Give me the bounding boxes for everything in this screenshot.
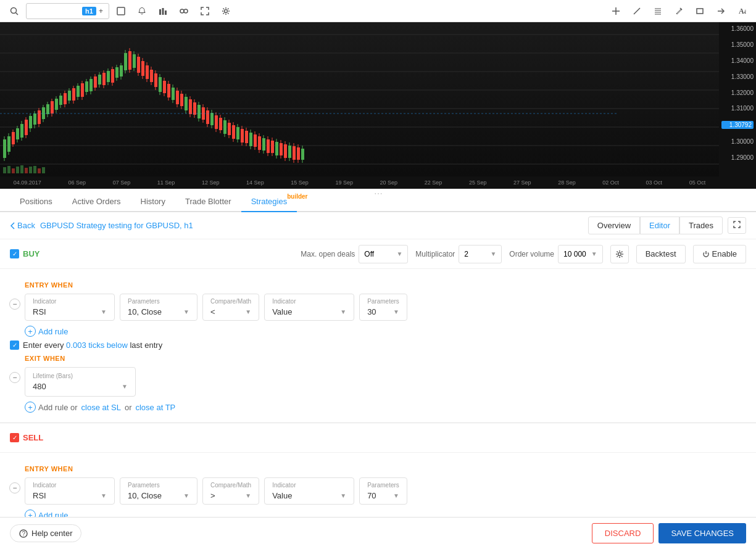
sell-indicator-label: Indicator bbox=[33, 482, 107, 489]
sell-indicator-select[interactable]: RSI ▼ bbox=[33, 491, 107, 500]
buy-parameters-select[interactable]: 10, Close ▼ bbox=[128, 307, 189, 316]
price-1.35000: 1.35000 bbox=[721, 41, 754, 48]
date-11: 27 Sep bbox=[513, 180, 531, 186]
price-1.30000: 1.30000 bbox=[721, 138, 754, 145]
sell-rule-remove-button[interactable]: − bbox=[9, 482, 20, 493]
svg-rect-177 bbox=[38, 168, 41, 173]
buy-entry-every-link[interactable]: 0.003 ticks below bbox=[66, 341, 128, 350]
buy-entry-every-checkbox[interactable] bbox=[10, 341, 19, 350]
tab-active-orders[interactable]: Active Orders bbox=[62, 192, 131, 212]
sell-toggle: SELL bbox=[10, 433, 43, 442]
tab-trade-blotter[interactable]: Trade Blotter bbox=[175, 192, 241, 212]
svg-text:+: + bbox=[99, 8, 103, 14]
buy-add-exit-rule-button[interactable]: + Add rule or bbox=[25, 402, 78, 413]
settings-button[interactable] bbox=[217, 3, 235, 19]
sell-compare-group: Compare/Math > ▼ bbox=[202, 477, 259, 505]
panel-drag-handle[interactable]: ⋯ bbox=[374, 189, 383, 199]
buy-params-chevron-icon: ▼ bbox=[183, 308, 189, 315]
buy-compare-label: Compare/Math bbox=[210, 298, 251, 305]
sell-parameters-select[interactable]: 10, Close ▼ bbox=[128, 491, 189, 500]
order-volume-select[interactable]: 10 000 ▼ bbox=[558, 245, 603, 263]
help-center-button[interactable]: ? Help center bbox=[10, 524, 81, 542]
expand-button[interactable] bbox=[728, 217, 746, 234]
max-open-deals-select[interactable]: Off ▼ bbox=[359, 245, 408, 263]
brush-button[interactable] bbox=[670, 3, 688, 19]
buy-indicator-select[interactable]: RSI ▼ bbox=[33, 307, 107, 316]
crosshair-button[interactable] bbox=[607, 3, 625, 19]
sell-label: SELL bbox=[23, 433, 43, 442]
svg-rect-4 bbox=[159, 9, 161, 15]
buy-entry-when-label: ENTRY WHEN bbox=[25, 281, 746, 289]
tab-strategies[interactable]: Strategies builder bbox=[241, 192, 297, 212]
price-scale: 1.36000 1.35000 1.34000 1.33000 1.32000 … bbox=[719, 22, 756, 164]
sell-rule-fields: Indicator RSI ▼ Parameters 10, Close ▼ bbox=[25, 477, 407, 505]
sell-checkbox[interactable] bbox=[10, 433, 19, 442]
alert-button[interactable] bbox=[133, 3, 151, 19]
editor-button[interactable]: Editor bbox=[640, 217, 679, 234]
buy-exit-rule-remove-button[interactable]: − bbox=[9, 372, 20, 383]
svg-rect-18 bbox=[697, 9, 703, 14]
buy-close-tp-link[interactable]: close at TP bbox=[135, 403, 175, 412]
enable-button[interactable]: Enable bbox=[693, 245, 746, 263]
arrow-right-button[interactable] bbox=[712, 3, 730, 19]
power-icon bbox=[702, 250, 710, 258]
buy-rule-remove-button[interactable]: − bbox=[9, 299, 20, 310]
candlestick-chart[interactable] bbox=[0, 22, 719, 176]
date-2: 07 Sep bbox=[113, 180, 131, 186]
buy-parameters-label: Parameters bbox=[128, 298, 189, 305]
trendline-button[interactable] bbox=[628, 3, 646, 19]
sell-controls-bar: SELL bbox=[0, 423, 756, 453]
buy-exit-when-label: EXIT WHEN bbox=[25, 355, 746, 362]
discard-button[interactable]: DISCARD bbox=[592, 523, 654, 543]
fullscreen-button[interactable] bbox=[196, 3, 214, 19]
buy-indicator2-label: Indicator bbox=[272, 298, 346, 305]
tab-history[interactable]: History bbox=[131, 192, 175, 212]
strategy-gear-button[interactable] bbox=[610, 245, 629, 263]
buy-parameters2-select[interactable]: 30 ▼ bbox=[367, 307, 399, 316]
cursor-button[interactable] bbox=[112, 3, 130, 19]
buy-close-sl-link[interactable]: close at SL bbox=[81, 403, 121, 412]
symbol-input-container[interactable]: GBPUSD h1 + bbox=[26, 3, 109, 19]
buy-add-exit-plus-icon: + bbox=[25, 402, 36, 413]
sell-parameters-label: Parameters bbox=[128, 482, 189, 489]
buy-exit-rule-value[interactable]: 480 ▼ bbox=[33, 382, 128, 391]
text-tool-button[interactable]: Aa bbox=[733, 3, 751, 19]
svg-rect-174 bbox=[25, 168, 28, 173]
buy-add-rule-button[interactable]: + Add rule bbox=[25, 326, 68, 337]
svg-point-7 bbox=[180, 9, 184, 13]
backtest-button[interactable]: Backtest bbox=[636, 245, 686, 263]
buy-compare-select[interactable]: < ▼ bbox=[210, 307, 251, 316]
back-button[interactable]: Back bbox=[10, 221, 40, 230]
sell-entry-rule-row: − Indicator RSI ▼ Parameters bbox=[10, 477, 746, 505]
tab-positions[interactable]: Positions bbox=[10, 192, 62, 212]
buy-exit-rule-row: − Lifetime (Bars) 480 ▼ bbox=[10, 367, 746, 397]
sell-indicator2-select[interactable]: Value ▼ bbox=[272, 491, 346, 500]
sell-parameters2-select[interactable]: 70 ▼ bbox=[367, 491, 399, 500]
rectangle-tool-button[interactable] bbox=[691, 3, 709, 19]
svg-rect-6 bbox=[165, 10, 167, 15]
chart-type-button[interactable] bbox=[154, 3, 172, 19]
svg-rect-170 bbox=[7, 166, 10, 173]
chart-area[interactable]: GREAT BRITAIN POUND VS US DOLLAR, h1 O: … bbox=[0, 22, 756, 189]
compare-button[interactable] bbox=[175, 3, 193, 19]
sell-compare-label: Compare/Math bbox=[210, 482, 251, 489]
svg-point-180 bbox=[618, 252, 621, 255]
svg-rect-176 bbox=[33, 166, 36, 173]
buy-entry-rule-row: − Indicator RSI ▼ Parameters bbox=[10, 294, 746, 321]
save-changes-button[interactable]: SAVE CHANGES bbox=[658, 523, 746, 543]
fibonacci-button[interactable] bbox=[649, 3, 667, 19]
date-1: 06 Sep bbox=[68, 180, 86, 186]
order-volume-label: Order volume bbox=[509, 250, 554, 258]
buy-checkbox[interactable] bbox=[10, 249, 19, 258]
date-4: 12 Sep bbox=[202, 180, 220, 186]
symbol-input[interactable]: GBPUSD bbox=[30, 6, 80, 15]
svg-point-0 bbox=[11, 7, 17, 13]
sell-compare-select[interactable]: > ▼ bbox=[210, 491, 251, 500]
trades-button[interactable]: Trades bbox=[679, 217, 723, 234]
multiplicator-select[interactable]: 2 ▼ bbox=[459, 245, 502, 263]
search-button[interactable] bbox=[5, 3, 23, 19]
buy-indicator2-select[interactable]: Value ▼ bbox=[272, 307, 346, 316]
svg-text:?: ? bbox=[22, 530, 26, 537]
date-13: 02 Oct bbox=[602, 180, 619, 186]
overview-button[interactable]: Overview bbox=[588, 217, 640, 234]
